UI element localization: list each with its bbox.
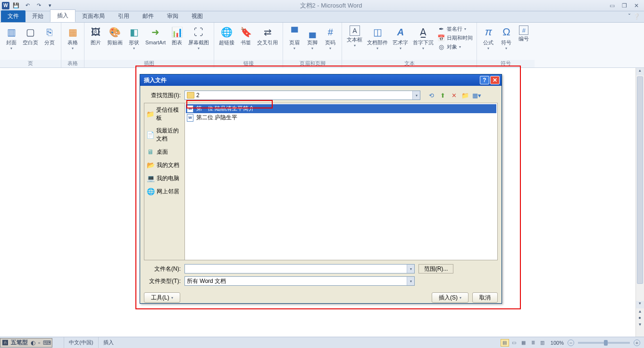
- crossref-icon: ⇄: [261, 25, 274, 39]
- page-number-button[interactable]: #页码▾: [322, 25, 339, 51]
- picture-button[interactable]: 🖼图片: [87, 25, 104, 46]
- textbox-button[interactable]: A文本框▾: [345, 25, 364, 49]
- footer-button[interactable]: ▄页脚▾: [304, 25, 321, 51]
- zoom-percent[interactable]: 100%: [548, 340, 567, 346]
- dialog-titlebar[interactable]: 插入文件 ? ✕: [140, 75, 502, 86]
- dialog-close-icon[interactable]: ✕: [490, 76, 500, 84]
- filetype-combo[interactable]: 所有 Word 文档 ▾: [184, 276, 415, 286]
- header-button[interactable]: ▀页眉▾: [286, 25, 303, 51]
- ribbon-minimize-icon[interactable]: ˇ: [628, 13, 630, 20]
- blank-page-button[interactable]: ▢空白页: [21, 25, 40, 46]
- new-folder-icon[interactable]: 📁: [461, 91, 469, 99]
- zoom-out-icon[interactable]: −: [568, 340, 574, 346]
- undo-icon[interactable]: ↶: [23, 1, 32, 10]
- place-my-documents[interactable]: 📂我的文档: [145, 159, 184, 171]
- tab-page-layout[interactable]: 页面布局: [75, 10, 111, 22]
- draft-view-icon[interactable]: ▥: [538, 339, 547, 347]
- ime-mode-icon[interactable]: ◐: [30, 340, 36, 346]
- outline-view-icon[interactable]: ≣: [529, 339, 537, 347]
- file-item[interactable]: W 第二位 庐隐生平: [186, 113, 496, 122]
- chevron-down-icon[interactable]: ▾: [407, 277, 414, 285]
- vertical-scrollbar[interactable]: ▴ ▾ ▴ ● ▾: [636, 68, 644, 337]
- insert-button[interactable]: 插入(S)▾: [432, 292, 468, 303]
- scroll-thumb[interactable]: [637, 76, 643, 284]
- dialog-toolbar: ⟲ ⬆ ✕ 📁 ▦▾: [424, 91, 481, 99]
- print-layout-view-icon[interactable]: ▤: [501, 339, 509, 347]
- zoom-slider[interactable]: [578, 342, 630, 344]
- wordart-button[interactable]: A艺术字▾: [391, 25, 410, 51]
- file-list[interactable]: W 第一位 陆晶清生平简介 W 第二位 庐隐生平: [184, 103, 498, 260]
- scroll-up-icon[interactable]: ▴: [636, 68, 644, 75]
- restore-icon[interactable]: ❐: [619, 2, 629, 9]
- tab-file[interactable]: 文件: [1, 10, 25, 22]
- ribbon-group-text: A文本框▾ ◫文档部件▾ A艺术字▾ A̲首字下沉▾ ✒签名行▾ 📅日期和时间 …: [342, 23, 477, 67]
- clipart-button[interactable]: 🎨剪贴画: [105, 25, 125, 46]
- bookmark-icon: 🔖: [239, 25, 252, 39]
- quickparts-button[interactable]: ◫文档部件▾: [365, 25, 390, 51]
- views-icon[interactable]: ▦▾: [472, 91, 481, 99]
- equation-button[interactable]: π公式▾: [480, 25, 497, 51]
- next-page-icon[interactable]: ▾: [636, 322, 644, 328]
- status-language[interactable]: 中文(中国): [64, 337, 98, 348]
- look-in-combo[interactable]: 2 ▾: [184, 91, 420, 100]
- ime-punct-icon[interactable]: ▫: [37, 340, 41, 346]
- signature-button[interactable]: ✒签名行▾: [436, 25, 474, 33]
- redo-icon[interactable]: ↷: [34, 1, 43, 10]
- browse-object-icon[interactable]: ●: [636, 315, 644, 322]
- place-desktop[interactable]: 🖥桌面: [145, 146, 184, 158]
- save-icon[interactable]: 💾: [11, 1, 21, 10]
- symbol-button[interactable]: Ω符号▾: [498, 25, 515, 51]
- datetime-button[interactable]: 📅日期和时间: [436, 33, 474, 42]
- up-icon[interactable]: ⬆: [438, 91, 447, 99]
- scroll-down-icon[interactable]: ▾: [636, 301, 644, 308]
- help-icon[interactable]: ❔: [633, 13, 640, 20]
- screenshot-button[interactable]: ⛶屏幕截图▾: [186, 25, 211, 51]
- chevron-down-icon[interactable]: ▾: [412, 91, 420, 99]
- shapes-button[interactable]: ◧形状▾: [125, 25, 142, 51]
- number-button[interactable]: #编号: [516, 25, 532, 42]
- web-layout-view-icon[interactable]: ▦: [519, 339, 528, 347]
- zoom-slider-knob[interactable]: [604, 340, 608, 346]
- page-break-button[interactable]: ⎘分页: [41, 25, 58, 46]
- close-icon[interactable]: ✕: [632, 2, 641, 9]
- tab-insert[interactable]: 插入: [50, 9, 75, 22]
- chart-button[interactable]: 📊图表: [168, 25, 185, 46]
- prev-page-icon[interactable]: ▴: [636, 308, 644, 315]
- chevron-down-icon[interactable]: ▾: [407, 265, 414, 273]
- cancel-button[interactable]: 取消: [472, 292, 498, 303]
- tab-view[interactable]: 视图: [185, 10, 209, 22]
- tools-button[interactable]: 工具(L)▾: [144, 292, 180, 303]
- word-app-icon[interactable]: W: [2, 2, 9, 9]
- page-break-icon: ⎘: [43, 25, 56, 39]
- hyperlink-button[interactable]: 🌐超链接: [217, 25, 236, 46]
- fullscreen-reading-view-icon[interactable]: ▭: [510, 339, 519, 347]
- tab-mailings[interactable]: 邮件: [136, 10, 160, 22]
- delete-icon[interactable]: ✕: [450, 91, 458, 99]
- back-icon[interactable]: ⟲: [427, 91, 435, 99]
- ime-kbd-icon[interactable]: ⌨: [42, 340, 52, 346]
- status-insert-mode[interactable]: 插入: [98, 337, 118, 348]
- cover-page-button[interactable]: ▥封面▾: [3, 25, 20, 51]
- filename-combo[interactable]: ▾: [184, 264, 415, 273]
- tab-references[interactable]: 引用: [111, 10, 136, 22]
- place-network[interactable]: 🌐网上邻居: [145, 185, 184, 198]
- place-recent-docs[interactable]: 📄我最近的文档: [145, 125, 184, 145]
- zoom-in-icon[interactable]: +: [634, 340, 640, 346]
- minimize-icon[interactable]: ▭: [607, 2, 617, 9]
- dropcap-button[interactable]: A̲首字下沉▾: [411, 25, 435, 51]
- clipart-icon: 🎨: [109, 25, 122, 39]
- smartart-button[interactable]: ➜SmartArt: [143, 25, 167, 46]
- table-button[interactable]: ▦表格▾: [64, 25, 81, 51]
- qat-customize-icon[interactable]: ▾: [45, 1, 55, 10]
- ime-icon: 🅰: [1, 340, 9, 346]
- place-trusted-templates[interactable]: 📁受信任模板: [145, 104, 184, 124]
- range-button[interactable]: 范围(R)...: [418, 264, 453, 273]
- tab-review[interactable]: 审阅: [160, 10, 185, 22]
- ime-toolbar[interactable]: 🅰 五笔型 ◐ ▫ ⌨: [0, 338, 52, 348]
- tab-home[interactable]: 开始: [25, 10, 50, 22]
- bookmark-button[interactable]: 🔖书签: [237, 25, 254, 46]
- object-button[interactable]: ◎对象▾: [436, 42, 474, 51]
- place-my-computer[interactable]: 💻我的电脑: [145, 172, 184, 184]
- dialog-help-icon[interactable]: ?: [480, 76, 489, 84]
- crossref-button[interactable]: ⇄交叉引用: [255, 25, 280, 46]
